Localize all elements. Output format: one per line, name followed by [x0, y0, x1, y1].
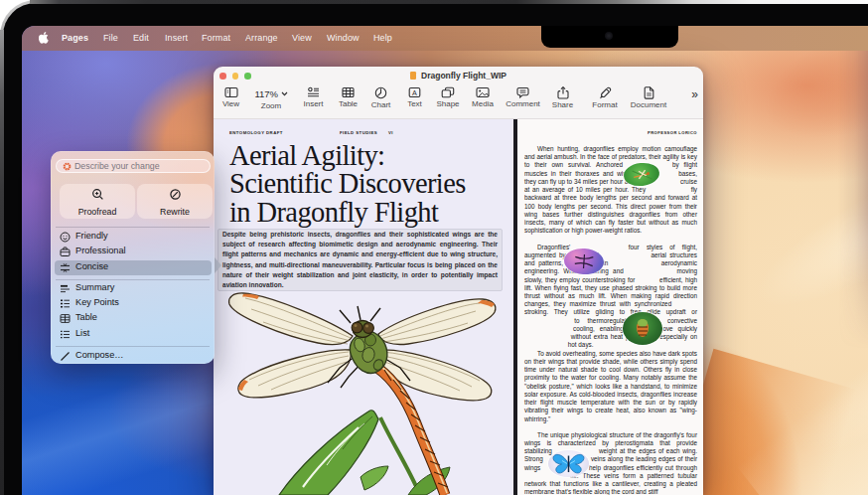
svg-text:A: A — [412, 87, 417, 96]
